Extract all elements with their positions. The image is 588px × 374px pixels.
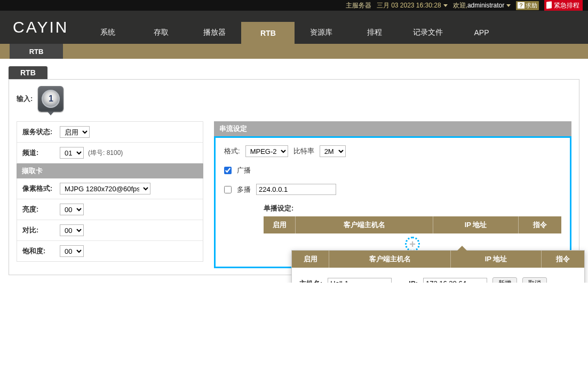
- contrast-label: 对比:: [22, 225, 60, 235]
- format-label: 格式:: [224, 146, 240, 156]
- rtb-card: 输入: 1 服务状态: 启用: [9, 79, 579, 275]
- pixfmt-select[interactable]: MJPG 1280x720@60fps: [60, 183, 150, 194]
- chevron-down-icon: [506, 4, 511, 7]
- nav-tab-schedule[interactable]: 排程: [348, 21, 401, 44]
- col-host: 客户端主机名: [296, 216, 433, 233]
- multicast-checkbox[interactable]: [224, 186, 232, 193]
- bitrate-select[interactable]: 2M: [320, 145, 346, 157]
- brightness-select[interactable]: 00: [60, 204, 84, 215]
- hostname-label: 主机名:: [299, 279, 322, 283]
- sub-nav: RTB: [0, 44, 588, 59]
- hostname-input[interactable]: [328, 278, 392, 283]
- chevron-down-icon: [47, 112, 54, 115]
- service-status-label: 服务状态:: [22, 127, 60, 137]
- col-ip: IP 地址: [451, 251, 542, 268]
- col-enable: 启用: [264, 216, 296, 233]
- saturation-label: 饱和度:: [22, 246, 60, 256]
- broadcast-checkbox[interactable]: [224, 167, 232, 174]
- logo: CAYIN: [0, 18, 81, 44]
- multicast-ip-input[interactable]: [256, 184, 336, 195]
- contrast-select[interactable]: 00: [60, 224, 84, 236]
- nav-tab-resources[interactable]: 资源库: [295, 21, 348, 44]
- col-cmd: 指令: [519, 216, 561, 233]
- unicast-header: 启用 客户端主机名 IP 地址 指令: [264, 216, 561, 233]
- service-status-select[interactable]: 启用: [60, 126, 90, 138]
- col-cmd: 指令: [542, 251, 584, 268]
- datetime[interactable]: 三月 03 2023 16:30:28: [377, 1, 448, 10]
- channel-select[interactable]: 01: [60, 147, 84, 159]
- col-enable: 启用: [292, 251, 329, 268]
- nav-tab-player[interactable]: 播放器: [188, 21, 241, 44]
- pixfmt-label: 像素格式:: [22, 184, 60, 193]
- col-host: 客户端主机名: [329, 251, 451, 268]
- input-label: 输入:: [17, 94, 33, 104]
- broadcast-label: 广播: [237, 166, 251, 175]
- plus-icon: +: [409, 238, 416, 251]
- chevron-down-icon: [443, 4, 448, 7]
- nav-tab-rtb[interactable]: RTB: [241, 21, 295, 44]
- subnav-tab-rtb[interactable]: RTB: [10, 44, 63, 59]
- bitrate-label: 比特率: [293, 146, 314, 156]
- question-icon: ?: [518, 2, 525, 9]
- cancel-button[interactable]: 取消: [522, 277, 547, 283]
- page-title: RTB: [9, 66, 47, 79]
- nav-tab-logs[interactable]: 记录文件: [401, 21, 455, 44]
- help-button[interactable]: ?求助: [516, 1, 539, 10]
- nav-tab-app[interactable]: APP: [455, 21, 508, 44]
- unicast-title: 单播设定:: [264, 204, 561, 213]
- nav-tab-system[interactable]: 系统: [81, 21, 134, 44]
- ip-input[interactable]: [423, 278, 487, 283]
- col-ip: IP 地址: [433, 216, 519, 233]
- add-unicast-popover: 启用 客户端主机名 IP 地址 指令 主机名: IP:: [291, 250, 585, 283]
- emergency-button[interactable]: 紧急排程: [544, 0, 583, 11]
- nav-bar: CAYIN 系统 存取 播放器 RTB 资源库 排程 记录文件 APP: [0, 11, 588, 44]
- nav-tab-access[interactable]: 存取: [134, 21, 188, 44]
- stream-settings: 格式: MPEG-2 比特率 2M 广播: [214, 136, 571, 268]
- top-bar: 主服务器 三月 03 2023 16:30:28 欢迎, administrat…: [0, 0, 588, 11]
- stream-head: 串流设定: [214, 121, 571, 136]
- capture-card-head: 撷取卡: [17, 163, 203, 178]
- add-unicast-button[interactable]: +: [405, 237, 420, 252]
- server-selector[interactable]: 主服务器: [346, 1, 371, 10]
- add-button[interactable]: 新增: [492, 277, 517, 283]
- brightness-label: 亮度:: [22, 205, 60, 214]
- saturation-select[interactable]: 00: [60, 245, 84, 257]
- channel-label: 频道:: [22, 148, 60, 158]
- welcome-user[interactable]: 欢迎, administrator: [453, 1, 511, 10]
- format-select[interactable]: MPEG-2: [245, 145, 288, 157]
- multicast-label: 多播: [237, 185, 251, 194]
- ip-label: IP:: [409, 279, 418, 283]
- port-note: (埠号: 8100): [88, 149, 123, 158]
- input-selector[interactable]: 1: [38, 86, 63, 112]
- input-number: 1: [42, 90, 60, 108]
- popover-header: 启用 客户端主机名 IP 地址 指令: [292, 251, 584, 268]
